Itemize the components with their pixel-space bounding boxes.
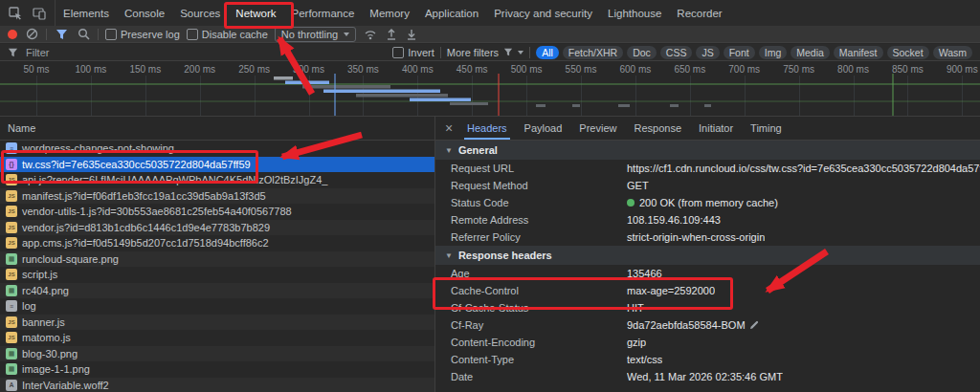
filter-input[interactable]: [24, 46, 387, 59]
request-row[interactable]: ▦rc404.png: [0, 283, 434, 299]
section-title: General: [458, 144, 498, 156]
header-value: gzip: [627, 337, 646, 348]
request-name: wordpress-changes-not-showing: [22, 142, 174, 154]
request-row[interactable]: JSmanifest.js?id=f06df1eb3fcc19a1cc39d5a…: [0, 188, 434, 205]
detail-tab-payload[interactable]: Payload: [516, 117, 571, 140]
header-row: Age135466: [435, 265, 980, 282]
request-row[interactable]: JSvendor-utils-1.js?id=30b553ae8681c25fe…: [0, 204, 434, 220]
preserve-log-checkbox[interactable]: Preserve log: [105, 29, 180, 40]
request-row[interactable]: JSvendor.js?id=d813b1cdb6c1446c1d9e4e778…: [0, 220, 434, 236]
edit-icon[interactable]: [749, 320, 759, 330]
header-value: GET: [627, 180, 649, 191]
detail-tab-timing[interactable]: Timing: [742, 117, 791, 140]
header-key: Date: [451, 371, 627, 382]
filter-chip-css[interactable]: CSS: [660, 46, 693, 59]
request-name: log: [22, 300, 36, 312]
detail-tab-response[interactable]: Response: [625, 117, 690, 140]
filter-chip-font[interactable]: Font: [724, 46, 755, 59]
filter-chip-js[interactable]: JS: [696, 46, 719, 59]
request-list: ≡wordpress-changes-not-showing{}tw.css?i…: [0, 141, 434, 392]
section-header-general[interactable]: ▼General: [435, 141, 980, 160]
filter-chip-wasm[interactable]: Wasm: [933, 46, 972, 59]
header-value: HIT: [627, 302, 644, 314]
import-har-icon[interactable]: [385, 27, 398, 42]
detail-tabs: HeadersPayloadPreviewResponseInitiatorTi…: [458, 117, 791, 140]
filter-funnel-small-icon: [503, 48, 513, 56]
more-filters-button[interactable]: More filters: [447, 47, 523, 58]
devtools-tab-bar: ElementsConsoleSourcesNetworkPerformance…: [0, 0, 980, 27]
request-row[interactable]: ≡wordpress-changes-not-showing: [0, 141, 434, 157]
separator: [440, 47, 441, 58]
filter-chip-doc[interactable]: Doc: [627, 46, 657, 59]
header-row: Request MethodGET: [435, 177, 980, 194]
request-row[interactable]: JSmatomo.js: [0, 330, 434, 346]
filter-funnel-icon[interactable]: [54, 27, 69, 42]
request-name: blog-30.png: [22, 348, 78, 359]
tab-privacy-and-security[interactable]: Privacy and security: [486, 0, 600, 26]
headers-content: ▼GeneralRequest URLhttps://cf1.cdn.runcl…: [435, 141, 980, 385]
header-row: Cf-Ray9da72aebfda58584-BOM: [435, 316, 980, 334]
filter-funnel-small-icon: [8, 48, 18, 57]
detail-tab-initiator[interactable]: Initiator: [690, 117, 742, 140]
tab-sources[interactable]: Sources: [172, 0, 228, 26]
request-row[interactable]: JSbanner.js: [0, 315, 434, 331]
request-row[interactable]: JSscript.js: [0, 267, 434, 283]
tab-application[interactable]: Application: [417, 0, 486, 26]
request-row[interactable]: ▦blog-30.png: [0, 346, 434, 362]
js-file-icon: JS: [6, 269, 17, 280]
request-name: banner.js: [22, 316, 65, 328]
tab-console[interactable]: Console: [117, 0, 172, 26]
detail-tab-headers[interactable]: Headers: [458, 117, 516, 140]
tab-network[interactable]: Network: [228, 0, 283, 26]
header-value: 108.159.46.109:443: [627, 214, 721, 226]
detail-tab-preview[interactable]: Preview: [570, 117, 625, 140]
tab-performance[interactable]: Performance: [284, 0, 363, 26]
tab-elements[interactable]: Elements: [56, 0, 117, 26]
filter-chip-img[interactable]: Img: [759, 46, 788, 59]
request-row[interactable]: AInterVariable.woff2: [0, 378, 434, 392]
request-row[interactable]: JSapi.js?render=6LfIMciUAAAAAPqWPbANC4K5…: [0, 172, 434, 188]
header-key: Request Method: [451, 180, 627, 191]
request-row[interactable]: {}tw.css?id=7e635cea330cc5035722d804da57…: [0, 157, 434, 173]
name-column-header[interactable]: Name: [0, 117, 434, 141]
network-conditions-icon[interactable]: [363, 27, 378, 42]
header-key: Age: [451, 268, 627, 279]
inspect-element-icon[interactable]: [5, 3, 26, 24]
tab-lighthouse[interactable]: Lighthouse: [600, 0, 669, 26]
close-icon[interactable]: ×: [439, 117, 458, 140]
tab-recorder[interactable]: Recorder: [669, 0, 729, 26]
request-name: vendor.js?id=d813b1cdb6c1446c1d9e4e7783b…: [22, 222, 270, 233]
export-har-icon[interactable]: [405, 27, 418, 42]
status-dot-icon: [627, 199, 635, 207]
throttling-select[interactable]: No throttling: [275, 27, 356, 42]
section-title: Response headers: [458, 250, 552, 261]
clear-network-log-icon[interactable]: [24, 27, 39, 42]
disable-cache-checkbox[interactable]: Disable cache: [187, 29, 268, 40]
request-row[interactable]: ≡log: [0, 298, 434, 315]
header-key: Cf-Cache-Status: [451, 302, 627, 314]
header-row: Content-Typetext/css: [435, 351, 980, 368]
request-row[interactable]: ▦runcloud-square.png: [0, 251, 434, 268]
filter-chip-media[interactable]: Media: [791, 46, 830, 59]
search-icon[interactable]: [76, 27, 91, 42]
device-toolbar-icon[interactable]: [29, 3, 50, 24]
other-file-icon: ≡: [6, 300, 17, 312]
header-row: Request URLhttps://cf1.cdn.runcloud.io/c…: [435, 160, 980, 177]
request-list-panel: Name ≡wordpress-changes-not-showing{}tw.…: [0, 117, 435, 392]
header-key: Cache-Control: [451, 285, 627, 296]
filter-chip-manifest[interactable]: Manifest: [834, 46, 883, 59]
img-file-icon: ▦: [6, 363, 17, 375]
record-button[interactable]: [8, 30, 17, 39]
header-row: Cache-Controlmax-age=2592000: [435, 282, 980, 299]
network-main-area: Name ≡wordpress-changes-not-showing{}tw.…: [0, 117, 980, 392]
filter-chip-all[interactable]: All: [536, 46, 559, 59]
request-row[interactable]: JSapp.cms.js?id=f0d5149b5d207cc1d7518d94…: [0, 235, 434, 251]
request-row[interactable]: ▦image-1-1.png: [0, 361, 434, 378]
separator: [529, 47, 530, 58]
filter-chip-socket[interactable]: Socket: [887, 46, 929, 59]
section-header-response-headers[interactable]: ▼Response headers: [435, 246, 980, 265]
filter-chip-fetch-xhr[interactable]: Fetch/XHR: [563, 46, 623, 59]
timeline-overview[interactable]: 50 ms100 ms150 ms200 ms250 ms300 ms350 m…: [0, 62, 980, 117]
tab-memory[interactable]: Memory: [362, 0, 417, 26]
invert-checkbox[interactable]: Invert: [392, 47, 434, 58]
